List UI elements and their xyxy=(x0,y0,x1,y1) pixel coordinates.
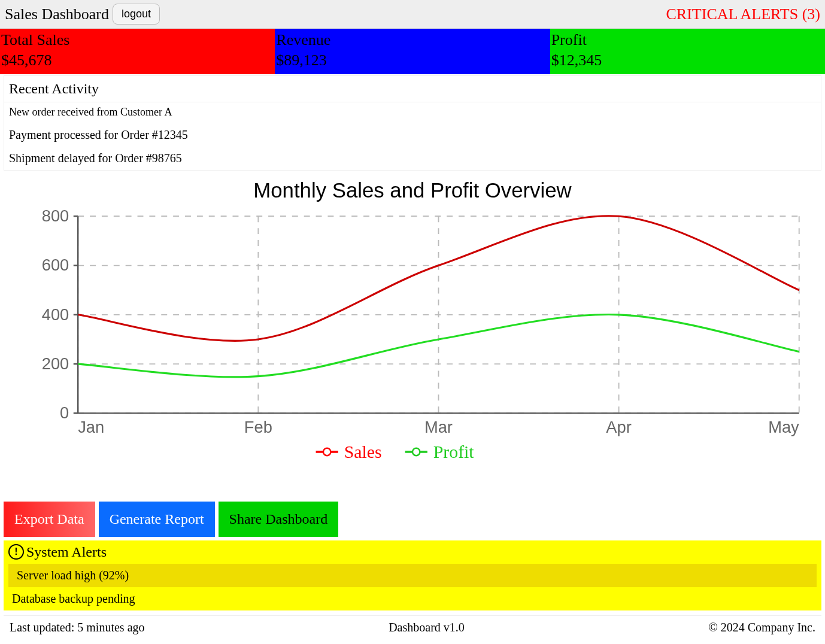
stat-value: $45,678 xyxy=(1,51,274,69)
export-data-button[interactable]: Export Data xyxy=(4,502,95,537)
chart-container: Monthly Sales and Profit Overview0200400… xyxy=(4,175,821,473)
last-updated: Last updated: 5 minutes ago xyxy=(10,621,145,634)
recent-activity-panel: Recent Activity New order received from … xyxy=(4,75,821,171)
alert-item: Database backup pending xyxy=(4,587,821,610)
activity-item: New order received from Customer A xyxy=(4,102,821,123)
stat-revenue: Revenue $89,123 xyxy=(275,29,550,74)
chart-title: Monthly Sales and Profit Overview xyxy=(253,179,572,202)
x-tick-label: Feb xyxy=(244,418,272,436)
alert-icon: ! xyxy=(8,544,24,560)
stat-label: Profit xyxy=(551,31,824,49)
header-bar: Sales Dashboard logout CRITICAL ALERTS (… xyxy=(0,0,825,29)
footer-bar: Last updated: 5 minutes ago Dashboard v1… xyxy=(4,615,821,639)
y-tick-label: 0 xyxy=(60,403,69,422)
share-dashboard-button[interactable]: Share Dashboard xyxy=(219,502,339,537)
generate-report-button[interactable]: Generate Report xyxy=(99,502,215,537)
legend-label-sales: Sales xyxy=(344,442,382,461)
x-tick-label: Jan xyxy=(78,418,104,436)
stat-label: Total Sales xyxy=(1,31,274,49)
stats-row: Total Sales $45,678 Revenue $89,123 Prof… xyxy=(0,29,825,74)
legend-label-profit: Profit xyxy=(433,442,475,461)
system-alerts-title: System Alerts xyxy=(26,544,107,560)
stat-label: Revenue xyxy=(276,31,548,49)
system-alerts-header: ! System Alerts xyxy=(4,540,821,564)
stat-total-sales: Total Sales $45,678 xyxy=(0,29,275,74)
legend-dot-sales xyxy=(323,448,330,455)
x-tick-label: Mar xyxy=(424,418,453,436)
sales-profit-line-chart: Monthly Sales and Profit Overview0200400… xyxy=(4,175,821,473)
recent-activity-title: Recent Activity xyxy=(4,76,821,102)
stat-value: $12,345 xyxy=(551,51,824,69)
x-tick-label: May xyxy=(768,418,799,436)
x-tick-label: Apr xyxy=(606,418,631,436)
activity-item: Payment processed for Order #12345 xyxy=(4,123,821,147)
y-tick-label: 600 xyxy=(42,256,69,274)
copyright: © 2024 Company Inc. xyxy=(708,621,815,634)
alert-item: Server load high (92%) xyxy=(8,564,817,587)
legend-dot-profit xyxy=(412,448,420,455)
y-tick-label: 800 xyxy=(42,206,69,225)
actions-row: Export Data Generate Report Share Dashbo… xyxy=(0,478,825,540)
stat-profit: Profit $12,345 xyxy=(550,29,825,74)
activity-item: Shipment delayed for Order #98765 xyxy=(4,147,821,170)
y-tick-label: 400 xyxy=(42,305,69,324)
y-tick-label: 200 xyxy=(42,354,69,373)
logout-button[interactable]: logout xyxy=(113,4,160,25)
critical-alerts-badge[interactable]: CRITICAL ALERTS (3) xyxy=(666,5,820,23)
page-title: Sales Dashboard xyxy=(5,5,109,23)
stat-value: $89,123 xyxy=(276,51,548,69)
dashboard-version: Dashboard v1.0 xyxy=(145,621,709,634)
system-alerts-panel: ! System Alerts Server load high (92%) D… xyxy=(4,540,821,610)
